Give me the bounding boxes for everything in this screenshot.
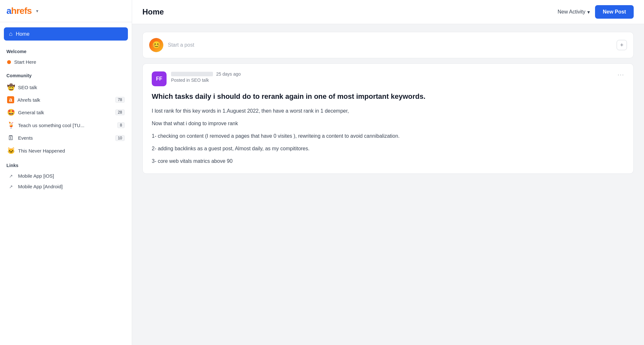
- post-body-p2: Now that what i doing to improve rank: [152, 119, 624, 128]
- post-author-avatar: FF: [152, 71, 167, 86]
- ahrefs-talk-badge: 78: [115, 97, 125, 103]
- events-label: Events: [18, 135, 33, 141]
- sidebar-item-teach-us[interactable]: 🍹 Teach us something cool [TU... 8: [4, 119, 128, 132]
- post-body-p3: 1- checking on content (I removed a page…: [152, 132, 624, 140]
- sidebar: ahrefs ▾ ⌂ Home Welcome Start Here Commu…: [0, 0, 132, 345]
- post-author-row: 25 days ago: [171, 71, 613, 77]
- main-scroll-area: 😊 Start a post + FF 25 days ago Posted i…: [132, 24, 644, 345]
- composer-placeholder-text[interactable]: Start a post: [168, 42, 612, 48]
- sidebar-item-home[interactable]: ⌂ Home: [4, 27, 128, 41]
- mobile-android-label: Mobile App [Android]: [18, 184, 62, 189]
- welcome-section-label: Welcome: [4, 47, 128, 57]
- logo-hrefs: hrefs: [11, 6, 32, 16]
- post-body-p1: I lost rank for this key words in 1.Augu…: [152, 107, 624, 115]
- sidebar-item-ahrefs-talk[interactable]: a Ahrefs talk 78: [4, 94, 128, 106]
- sidebar-item-mobile-ios[interactable]: ↗ Mobile App [iOS]: [4, 171, 128, 181]
- external-link-ios-icon: ↗: [7, 173, 15, 179]
- sidebar-item-events[interactable]: 🗓 Events 10: [4, 132, 128, 144]
- seo-talk-icon: 🤠: [7, 83, 15, 91]
- events-icon: 🗓: [7, 134, 15, 142]
- user-avatar-image: 😊: [149, 38, 163, 52]
- new-activity-label: New Activity: [558, 9, 585, 15]
- new-post-button[interactable]: New Post: [595, 5, 634, 19]
- sidebar-item-seo-talk[interactable]: 🤠 SEO talk: [4, 81, 128, 94]
- sidebar-home-label: Home: [16, 31, 30, 37]
- external-link-android-icon: ↗: [7, 184, 15, 189]
- start-here-dot-icon: [7, 60, 11, 64]
- logo-chevron-icon[interactable]: ▾: [36, 8, 38, 14]
- logo-a: a: [6, 6, 11, 16]
- general-talk-label: General talk: [18, 110, 44, 115]
- composer-avatar: 😊: [149, 38, 163, 52]
- post-time: 25 days ago: [216, 71, 241, 77]
- post-body-p5: 3- core web vitals matrics above 90: [152, 157, 624, 165]
- sidebar-nav: ⌂ Home Welcome Start Here Community 🤠 SE…: [0, 22, 132, 197]
- post-title[interactable]: Which tasks daily i should do to rerank …: [152, 92, 624, 101]
- community-section-label: Community: [4, 71, 128, 81]
- post-meta-info: 25 days ago Posted in SEO talk: [171, 71, 613, 83]
- general-talk-icon: 🤩: [7, 108, 15, 116]
- start-here-label: Start Here: [14, 59, 36, 65]
- teach-us-icon: 🍹: [7, 121, 15, 129]
- seo-talk-label: SEO talk: [18, 85, 37, 90]
- this-never-happened-icon: 🐱: [7, 147, 15, 154]
- page-title: Home: [142, 7, 164, 16]
- home-icon: ⌂: [9, 31, 13, 37]
- sidebar-item-this-never-happened[interactable]: 🐱 This Never Happened: [4, 144, 128, 157]
- main-header: Home New Activity ▾ New Post: [132, 0, 644, 24]
- header-right-actions: New Activity ▾ New Post: [558, 5, 634, 19]
- teach-us-label: Teach us something cool [TU...: [18, 123, 84, 128]
- main-content-area: Home New Activity ▾ New Post 😊 Start a p…: [132, 0, 644, 345]
- sidebar-item-general-talk[interactable]: 🤩 General talk 28: [4, 106, 128, 119]
- links-section-label: Links: [4, 161, 128, 171]
- ahrefs-talk-label: Ahrefs talk: [17, 97, 40, 103]
- post-author-name: [171, 72, 213, 76]
- ahrefs-talk-icon: a: [7, 96, 14, 103]
- new-activity-button[interactable]: New Activity ▾: [558, 9, 590, 15]
- sidebar-header: ahrefs ▾: [0, 0, 132, 22]
- sidebar-item-start-here[interactable]: Start Here: [4, 57, 128, 67]
- post-body: I lost rank for this key words in 1.Augu…: [152, 107, 624, 166]
- teach-us-badge: 8: [117, 122, 125, 128]
- post-category[interactable]: Posted in SEO talk: [171, 78, 613, 83]
- post-meta: FF 25 days ago Posted in SEO talk ···: [152, 71, 624, 86]
- post-composer[interactable]: 😊 Start a post +: [142, 32, 634, 58]
- post-card: FF 25 days ago Posted in SEO talk ··· Wh…: [142, 63, 634, 174]
- composer-add-button[interactable]: +: [617, 40, 627, 50]
- this-never-happened-label: This Never Happened: [18, 148, 65, 154]
- ahrefs-logo[interactable]: ahrefs: [6, 6, 32, 16]
- post-body-p4: 2- adding backlinks as a guest post, Alm…: [152, 144, 624, 153]
- general-talk-badge: 28: [115, 109, 125, 115]
- sidebar-item-mobile-android[interactable]: ↗ Mobile App [Android]: [4, 181, 128, 192]
- new-activity-chevron-icon: ▾: [587, 9, 590, 15]
- events-badge: 10: [115, 135, 125, 141]
- mobile-ios-label: Mobile App [iOS]: [18, 173, 54, 179]
- post-more-options-button[interactable]: ···: [618, 71, 624, 78]
